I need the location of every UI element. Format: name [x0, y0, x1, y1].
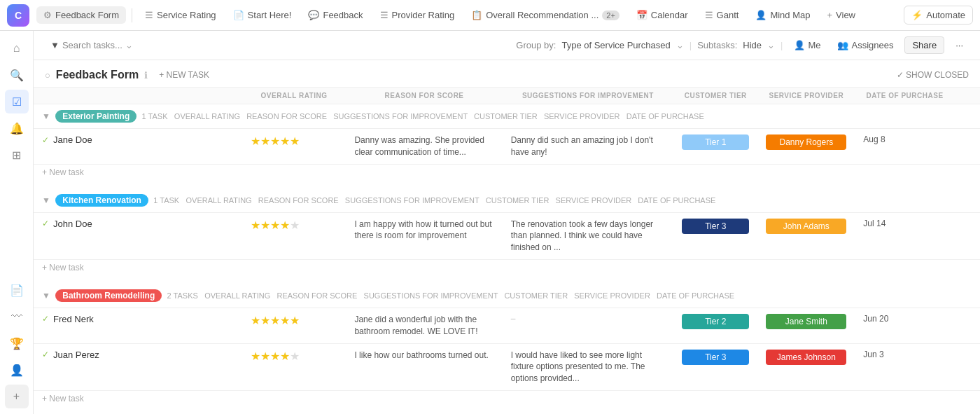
task-row-bathroom-remodelling-1[interactable]: ✓ Juan Perez ★★★★★ I like how our bathro…	[34, 343, 980, 390]
nav-tab-calendar-label: Calendar	[651, 10, 688, 20]
automate-label: Automate	[926, 10, 965, 20]
check-icon-bathroom-remodelling-0: ✓	[42, 314, 49, 324]
new-task-row-bathroom-remodelling[interactable]: + New task	[34, 390, 980, 406]
task-name-bathroom-remodelling-0: Fred Nerk	[53, 314, 94, 324]
nav-tab-mind-map[interactable]: 👤 Mind Map	[748, 6, 817, 24]
spacer-bathroom-remodelling	[34, 406, 980, 414]
nav-separator	[132, 8, 132, 22]
more-icon: ···	[955, 40, 963, 50]
task-row-exterior-painting-0[interactable]: ✓ Jane Doe ★★★★★ Danny was amazing. She …	[34, 129, 980, 165]
check-icon-kitchen-renovation-0: ✓	[42, 219, 49, 228]
reason-text-bathroom-remodelling-1: I like how our bathrooms turned out.	[354, 350, 488, 360]
nav-tab-calendar[interactable]: 📅 Calendar	[629, 6, 695, 24]
group-by-chevron-icon: ⌄	[676, 40, 684, 50]
table-wrap: OVERALL RATING REASON FOR SCORE SUGGESTI…	[34, 88, 980, 414]
star-filled-icon: ★	[270, 315, 280, 326]
layout: ⌂ 🔍 ☑ 🔔 ⊞ 📄 〰 🏆 👤 + ▼ Search tasks... ⌄ …	[0, 31, 980, 414]
group-columns-bathroom-remodelling[interactable]: OVERALL RATING REASON FOR SCORE SUGGESTI…	[204, 291, 734, 300]
star-filled-icon: ★	[270, 350, 280, 362]
assignees-icon: 👥	[837, 40, 848, 50]
nav-tab-provider-rating[interactable]: ☰ Provider Rating	[373, 6, 462, 24]
suggestion-dash-bathroom-remodelling-0: –	[511, 314, 516, 324]
sidebar-icon-apps[interactable]: ⊞	[5, 143, 29, 167]
filter-chevron-icon: ⌄	[125, 40, 133, 50]
nav-tab-feedback[interactable]: 💬 Feedback	[301, 6, 370, 24]
group-columns-kitchen-renovation[interactable]: OVERALL RATING REASON FOR SCORE SUGGESTI…	[186, 196, 716, 205]
share-label: Share	[912, 40, 937, 50]
sidebar-icon-search[interactable]: 🔍	[5, 63, 29, 87]
group-chevron-kitchen-renovation[interactable]: ▼	[42, 195, 50, 205]
more-button[interactable]: ···	[950, 37, 969, 53]
star-filled-icon: ★	[280, 350, 290, 362]
nav-tab-service-rating[interactable]: ☰ Service Rating	[138, 6, 223, 24]
star-filled-icon: ★	[251, 135, 260, 147]
nav-tab-start-here[interactable]: 📄 Start Here!	[226, 6, 299, 24]
reason-text-kitchen-renovation-0: I am happy with how it turned out but th…	[354, 219, 491, 241]
share-button[interactable]: Share	[904, 36, 944, 54]
doc-icon: 📄	[233, 10, 244, 20]
group-header-exterior-painting: ▼ Exterior Painting 1 TASK OVERALL RATIN…	[34, 104, 980, 129]
task-row-kitchen-renovation-0[interactable]: ✓ John Doe ★★★★★ I am happy with how it …	[34, 212, 980, 259]
star-filled-icon: ★	[290, 135, 300, 147]
sidebar-icon-plus[interactable]: +	[5, 385, 29, 408]
list2-icon: ☰	[380, 10, 388, 20]
date-kitchen-renovation-0: Jul 14	[863, 219, 886, 228]
gantt-icon: ☰	[705, 10, 713, 20]
new-task-label-exterior-painting: + New task	[34, 164, 980, 180]
automate-button[interactable]: ⚡ Automate	[904, 6, 973, 25]
new-task-row-kitchen-renovation[interactable]: + New task	[34, 259, 980, 275]
task-name-exterior-painting-0: Jane Doe	[53, 134, 92, 145]
me-label: Me	[808, 40, 820, 50]
plus-view-icon: +	[827, 10, 832, 20]
reason-text-bathroom-remodelling-0: Jane did a wonderful job with the bathro…	[354, 315, 477, 336]
star-filled-icon: ★	[260, 315, 270, 326]
group-chevron-exterior-painting[interactable]: ▼	[42, 111, 50, 121]
new-task-row-exterior-painting[interactable]: + New task	[34, 164, 980, 180]
nav-tab-overall-rec[interactable]: 📋 Overall Recommendation ... 2+	[464, 6, 626, 24]
overall-rec-badge: 2+	[602, 11, 620, 20]
group-label-bathroom-remodelling: Bathroom Remodelling	[55, 289, 162, 302]
sidebar: ⌂ 🔍 ☑ 🔔 ⊞ 📄 〰 🏆 👤 +	[0, 31, 34, 414]
suggestion-text-bathroom-remodelling-1: I would have liked to see more light fix…	[511, 350, 645, 384]
list-icon: ☰	[145, 10, 153, 20]
star-filled-icon: ★	[280, 219, 290, 231]
col-provider: SERVICE PROVIDER	[757, 88, 855, 104]
chat-icon: 💬	[308, 10, 319, 20]
group-columns-exterior-painting[interactable]: OVERALL RATING REASON FOR SCORE SUGGESTI…	[174, 112, 704, 120]
assignees-button[interactable]: 👥 Assignees	[832, 37, 899, 53]
new-task-label-bathroom-remodelling: + New task	[34, 390, 980, 406]
sidebar-icon-add-user[interactable]: 👤	[5, 358, 29, 382]
info-icon[interactable]: ℹ	[144, 70, 148, 81]
app-logo: C	[7, 4, 29, 27]
sidebar-icon-tasks[interactable]: ☑	[5, 90, 29, 113]
group-chevron-bathroom-remodelling[interactable]: ▼	[42, 291, 50, 301]
sidebar-icon-goals[interactable]: 🏆	[5, 331, 29, 355]
group-label-kitchen-renovation: Kitchen Renovation	[55, 194, 148, 207]
task-row-bathroom-remodelling-0[interactable]: ✓ Fred Nerk ★★★★★ Jane did a wonderful j…	[34, 308, 980, 343]
star-filled-icon: ★	[270, 135, 280, 147]
spacer-exterior-painting	[34, 180, 980, 188]
nav-tab-feedback-form[interactable]: ⚙ Feedback Form	[36, 6, 126, 24]
group-by-value[interactable]: Type of Service Purchased	[561, 40, 670, 50]
show-closed-button[interactable]: ✓ SHOW CLOSED	[897, 70, 969, 80]
subtasks-value[interactable]: Hide	[743, 40, 762, 50]
sidebar-icon-doc[interactable]: 📄	[5, 278, 29, 302]
date-bathroom-remodelling-0: Jun 20	[863, 314, 888, 324]
sidebar-icon-pulse[interactable]: 〰	[5, 305, 29, 329]
filter-button[interactable]: ▼ Search tasks... ⌄	[45, 37, 139, 53]
main-table: OVERALL RATING REASON FOR SCORE SUGGESTI…	[34, 88, 980, 414]
task-name-cell-kitchen-renovation-0: ✓ John Doe	[42, 219, 234, 229]
new-task-label-kitchen-renovation: + New task	[34, 259, 980, 275]
sidebar-icon-notifications[interactable]: 🔔	[5, 116, 29, 140]
nav-tab-gantt-label: Gantt	[717, 10, 739, 20]
column-header-row: OVERALL RATING REASON FOR SCORE SUGGESTI…	[34, 88, 980, 104]
reason-text-exterior-painting-0: Danny was amazing. She provided clear co…	[354, 135, 484, 157]
sidebar-icon-home[interactable]: ⌂	[5, 36, 29, 60]
star-filled-icon: ★	[251, 219, 260, 231]
col-date: DATE OF PURCHASE	[855, 88, 954, 104]
nav-tab-gantt[interactable]: ☰ Gantt	[698, 6, 746, 24]
collapse-icon[interactable]: ○	[45, 70, 50, 81]
me-button[interactable]: 👤 Me	[788, 37, 826, 53]
nav-tab-view[interactable]: + View	[820, 6, 862, 24]
new-task-button[interactable]: + NEW TASK	[153, 69, 215, 81]
